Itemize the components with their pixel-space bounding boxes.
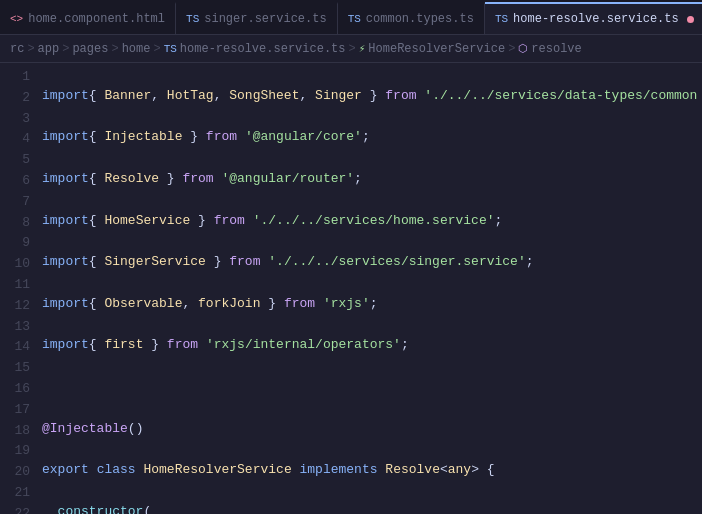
ts-icon: TS (186, 13, 199, 25)
tab-common-types[interactable]: TS common.types.ts (338, 2, 485, 34)
ln-18: 18 (10, 421, 30, 442)
tab-home-resolve[interactable]: TS home-resolve.service.ts (485, 2, 702, 34)
bc-class: HomeResolverService (368, 42, 505, 56)
bc-pages: pages (72, 42, 108, 56)
ln-3: 3 (10, 109, 30, 130)
ln-9: 9 (10, 233, 30, 254)
code-line-3: import { Resolve } from '@angular/router… (42, 169, 702, 190)
editor-body: 1 2 3 4 5 6 7 8 9 10 11 12 13 14 15 16 1… (0, 63, 702, 514)
code-line-1: import { Banner, HotTag, SongSheet, Sing… (42, 86, 702, 107)
tab-label: singer.service.ts (204, 12, 326, 26)
ln-6: 6 (10, 171, 30, 192)
modified-dot (687, 16, 694, 23)
ln-7: 7 (10, 192, 30, 213)
code-line-5: import { SingerService } from './../../s… (42, 252, 702, 273)
ln-10: 10 (10, 254, 30, 275)
ln-16: 16 (10, 379, 30, 400)
code-line-9: @Injectable() (42, 419, 702, 440)
code-line-2: import { Injectable } from '@angular/cor… (42, 127, 702, 148)
code-line-11: constructor( (42, 502, 702, 514)
bc-app: app (38, 42, 60, 56)
bc-root: rc (10, 42, 24, 56)
ln-5: 5 (10, 150, 30, 171)
code-content[interactable]: import { Banner, HotTag, SongSheet, Sing… (38, 63, 702, 514)
code-line-6: import { Observable, forkJoin } from 'rx… (42, 294, 702, 315)
bc-file: home-resolve.service.ts (180, 42, 346, 56)
ln-12: 12 (10, 296, 30, 317)
ln-1: 1 (10, 67, 30, 88)
bc-method: resolve (531, 42, 581, 56)
ln-17: 17 (10, 400, 30, 421)
ln-4: 4 (10, 129, 30, 150)
ln-2: 2 (10, 88, 30, 109)
bc-home: home (122, 42, 151, 56)
ts-icon: TS (495, 13, 508, 25)
tab-home-component[interactable]: <> home.component.html (0, 2, 176, 34)
html-icon: <> (10, 13, 23, 25)
ln-8: 8 (10, 213, 30, 234)
editor-container: <> home.component.html TS singer.service… (0, 0, 702, 514)
ln-13: 13 (10, 317, 30, 338)
tab-label: common.types.ts (366, 12, 474, 26)
code-line-8 (42, 377, 702, 398)
ln-20: 20 (10, 462, 30, 483)
ln-19: 19 (10, 441, 30, 462)
bc-ts-icon: TS (164, 43, 177, 55)
ln-22: 22 (10, 504, 30, 514)
ln-15: 15 (10, 358, 30, 379)
tab-label: home-resolve.service.ts (513, 12, 679, 26)
ln-21: 21 (10, 483, 30, 504)
bc-class-icon: ⚡ (359, 42, 366, 55)
line-numbers: 1 2 3 4 5 6 7 8 9 10 11 12 13 14 15 16 1… (0, 63, 38, 514)
code-line-4: import { HomeService } from './../../ser… (42, 211, 702, 232)
bc-func-icon: ⬡ (518, 42, 528, 55)
tab-singer-service[interactable]: TS singer.service.ts (176, 2, 338, 34)
breadcrumb: rc > app > pages > home > TS home-resolv… (0, 35, 702, 63)
code-line-7: import { first } from 'rxjs/internal/ope… (42, 335, 702, 356)
ts-icon: TS (348, 13, 361, 25)
tab-label: home.component.html (28, 12, 165, 26)
tab-bar: <> home.component.html TS singer.service… (0, 0, 702, 35)
ln-11: 11 (10, 275, 30, 296)
code-line-10: export class HomeResolverService impleme… (42, 460, 702, 481)
ln-14: 14 (10, 337, 30, 358)
